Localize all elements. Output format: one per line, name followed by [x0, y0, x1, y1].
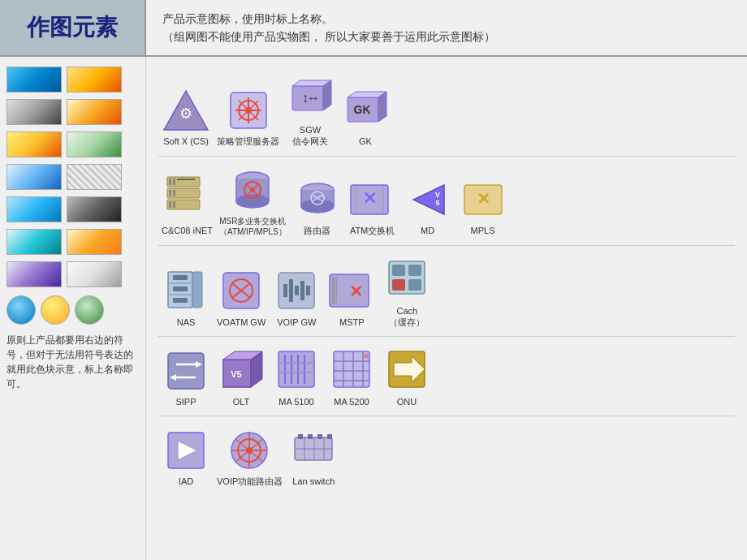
icon-atm: ✕ ✕ ATM交换机	[345, 170, 400, 239]
policy-icon	[224, 88, 273, 132]
color-row-3	[6, 130, 139, 159]
svg-rect-19	[169, 179, 171, 185]
svg-text:↔: ↔	[307, 91, 320, 105]
olt-icon: V5	[217, 348, 266, 393]
svg-rect-77	[392, 265, 405, 276]
icon-sipp: SIPP	[158, 342, 214, 411]
icon-row-4: SIPP V5 OLT	[158, 337, 735, 416]
router-label: 路由器	[304, 225, 330, 236]
color-block-sky	[6, 196, 62, 222]
svg-rect-81	[168, 353, 204, 389]
svg-rect-25	[167, 200, 200, 209]
policy-label: 策略管理服务器	[217, 136, 279, 147]
cc08-label: C&C08 iNET	[162, 225, 213, 236]
svg-text:✕: ✕	[362, 188, 377, 209]
md-label: MD	[421, 225, 434, 236]
circle-green	[75, 295, 104, 325]
cach-icon	[382, 257, 431, 302]
icon-mstp: ✕ MSTP	[324, 262, 379, 331]
svg-rect-26	[169, 201, 171, 208]
svg-text:×: ×	[363, 351, 369, 362]
color-row-4	[6, 162, 139, 192]
color-block-lavender	[6, 261, 62, 287]
svg-text:5: 5	[435, 199, 439, 207]
gk-icon: GK	[341, 88, 390, 132]
atm-label: ATM交换机	[350, 225, 395, 236]
icon-empty1	[393, 97, 448, 151]
gk-label: GK	[359, 136, 372, 147]
left-panel-text: 原则上产品都要用右边的符号，但对于无法用符号表达的就用此色块示意，标上名称即可。	[6, 333, 139, 391]
svg-rect-123	[317, 434, 322, 439]
color-block-yellow	[6, 131, 62, 157]
icon-row-2: C&C08 iNET	[158, 157, 735, 246]
icon-ma5200: × MA 5200	[324, 342, 379, 411]
icon-router: 路由器	[290, 170, 345, 239]
md-icon: V 5	[404, 177, 452, 222]
color-block-blue-dark	[6, 67, 62, 93]
icon-nas: NAS	[158, 262, 214, 331]
svg-marker-11	[323, 80, 331, 110]
color-block-tan	[67, 67, 122, 93]
voatm-icon	[217, 269, 266, 313]
ma5100-icon	[272, 348, 321, 393]
softx-icon: ⚙	[162, 88, 210, 132]
svg-rect-18	[167, 177, 200, 187]
color-row-6	[6, 227, 139, 256]
icon-voatm: VOATM GW	[214, 262, 269, 331]
circle-blue	[6, 295, 36, 325]
svg-rect-59	[173, 275, 188, 280]
sgw-label: SGW 信令网关	[292, 124, 328, 148]
icon-policy: 策略管理服务器	[214, 81, 283, 150]
iad-icon	[162, 428, 210, 472]
color-row-2	[6, 97, 139, 127]
color-row-1	[6, 65, 139, 94]
svg-text:V: V	[435, 191, 440, 199]
mpls-label: MPLS	[471, 225, 495, 236]
left-panel: 原则上产品都要用右边的符号，但对于无法用符号表达的就用此色块示意，标上名称即可。	[0, 57, 146, 560]
icon-onu: ONU	[379, 342, 434, 411]
nas-label: NAS	[177, 317, 196, 328]
mpls-icon: ✕	[459, 177, 507, 222]
svg-rect-67	[283, 284, 287, 297]
icon-md: V 5 MD	[400, 170, 456, 239]
svg-rect-61	[173, 298, 188, 303]
voatm-label: VOATM GW	[217, 317, 266, 328]
color-block-light-blue	[6, 164, 62, 190]
iad-label: IAD	[179, 476, 193, 487]
svg-text:⚙: ⚙	[179, 106, 192, 122]
icon-row-1: ⚙ Soft X (CS)	[158, 65, 735, 157]
color-row-5	[6, 195, 139, 224]
svg-rect-60	[173, 286, 188, 291]
icon-mpls: ✕ MPLS	[456, 170, 511, 239]
icon-empty2	[341, 437, 396, 491]
svg-rect-70	[300, 281, 304, 300]
svg-point-8	[245, 107, 252, 114]
svg-marker-16	[378, 92, 386, 122]
svg-rect-121	[298, 434, 303, 439]
svg-rect-78	[408, 265, 421, 276]
icon-empty3	[396, 437, 451, 491]
circle-gold	[41, 295, 70, 325]
router-icon	[293, 177, 342, 222]
icon-softx: ⚙ Soft X (CS)	[158, 81, 214, 150]
svg-point-115	[246, 447, 253, 454]
voiprouter-label: VOIP功能路由器	[217, 476, 283, 487]
msr-label: MSR多业务交换机 （ATM/IP/MPLS）	[219, 216, 287, 237]
svg-rect-27	[173, 201, 175, 208]
svg-rect-90	[279, 351, 314, 387]
sipp-label: SIPP	[175, 396, 196, 407]
color-row-7	[6, 260, 139, 289]
svg-rect-69	[295, 286, 299, 295]
right-panel: ⚙ Soft X (CS)	[146, 57, 747, 560]
nas-icon	[162, 269, 210, 313]
icon-cach: Cach （缓存）	[379, 251, 434, 332]
icon-row-3: NAS VOATM GW	[158, 246, 735, 338]
svg-point-36	[250, 187, 255, 192]
icon-gk: GK GK	[338, 81, 393, 150]
svg-rect-24	[173, 190, 175, 196]
mstp-icon: ✕	[327, 269, 376, 313]
color-block-dark-gray	[67, 196, 122, 222]
color-block-cream	[67, 99, 122, 125]
svg-text:GK: GK	[354, 103, 371, 116]
voipgw-label: VOIP GW	[277, 317, 316, 328]
